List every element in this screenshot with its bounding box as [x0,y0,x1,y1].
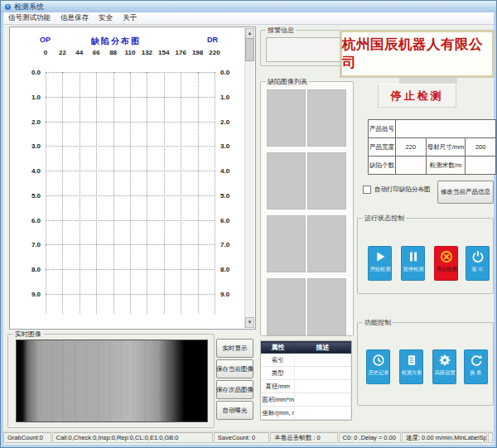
chart-y-tick-label: 1.0 [19,94,41,101]
title-bar[interactable]: 检测系统 [1,1,496,12]
defect-image-list-panel: 缺陷图像列表 [260,81,354,336]
status-segment: Call:0,Check:0,Insp:0,Rep:0,CL:0,E1:0,GB… [52,432,213,443]
exit-button[interactable]: 退 出 [466,246,490,281]
defect-count-value [396,157,427,175]
chart-y-tick-label: 7.0 [19,241,41,248]
chart-y-tick-label: 3.0 [19,142,41,150]
stop-detect-button[interactable]: 停止检测 [434,246,458,281]
chart-gridline-v [113,72,114,314]
menu-security[interactable]: 安全 [99,13,113,23]
status-segment: SaveCount: 0 [214,432,269,443]
defect-thumbnail[interactable] [307,152,346,210]
advanced-settings-button[interactable]: 高级设置 [432,349,456,384]
chart-y-tick-label: 6.0 [220,217,242,224]
chart-y-tick-label: 4.0 [19,167,41,175]
chart-y-tick-label: 5.0 [19,192,41,200]
chart-y-tick-label: 2.0 [220,118,242,126]
chart-gridline-h [46,122,215,123]
chart-gridline-v [80,72,80,314]
chart-gridline-h [46,294,215,295]
attribute-row: 索引 [262,354,351,367]
detect-plan-button[interactable]: 检测方案 [399,349,423,384]
change-roll-button[interactable]: 换 卷 [464,349,488,384]
chart-x-tick-label: 220 [205,49,224,56]
meters-value [466,157,496,175]
chart-y-tick-label: 3.0 [220,142,242,150]
defect-thumbnail[interactable] [307,278,346,335]
defect-thumbnail[interactable] [307,215,346,272]
alarm-info-title: 报警信息 [266,26,296,35]
attribute-cell: 直径/mm [262,380,295,393]
checkbox-icon[interactable] [363,185,371,194]
attribute-cell: 坐标/(mm, m) [262,407,295,420]
auto-print-checkbox[interactable]: 自动打印缺陷分布图 [363,185,431,194]
function-control-title: 功能控制 [363,318,393,327]
defect-thumbnail[interactable] [267,215,306,272]
save-defect-image-button[interactable]: 保存次品图像 [216,380,253,399]
chart-scrollbar[interactable]: ▲ ▼ [244,28,254,328]
attribute-row: 面积/mm*mm [262,393,351,407]
batch-value [396,120,496,138]
material-value: 200 [466,138,496,157]
detect-plan-label: 检测方案 [401,369,422,377]
menu-signal-test[interactable]: 信号测试功能 [8,13,51,23]
history-button[interactable]: 历史记录 [366,349,390,384]
stop-x-icon [439,249,454,264]
company-banner: 杭州国辰机器人有限公司 [340,31,494,77]
chart-gridline-h [46,72,215,73]
defect-thumbnail[interactable] [267,152,306,210]
defect-image-list-title: 缺陷图像列表 [266,77,309,86]
app-window: 检测系统 信号测试功能 信息保存 安全 关于 OP 缺陷分布图 DR ▲ ▼ 0… [0,0,497,448]
defect-thumbnail[interactable] [307,89,346,147]
chart-gridline-v [46,72,46,314]
chart-plot-area [46,72,215,314]
live-camera-image [16,340,208,422]
chart-y-tick-label: 1.0 [220,94,242,101]
chart-gridline-v [147,72,147,314]
attr-col-header: 属性 [262,342,295,354]
chart-gridline-h [46,97,215,98]
product-info-table: 产品批号 产品宽度 220 母材尺寸/mm 200 缺陷个数 检测米数/m [368,119,496,175]
defect-image-grid [267,89,345,335]
live-image-title: 实时图像 [13,330,43,339]
defect-thumbnail[interactable] [267,278,306,335]
realtime-display-button[interactable]: 实时显示 [216,339,253,358]
defect-thumbnail[interactable] [267,89,306,147]
power-icon [470,249,485,264]
attribute-cell [295,380,351,393]
scrollbar-down-icon[interactable]: ▼ [245,317,254,328]
attribute-row: 直径/mm [262,380,351,393]
status-segment: GrabCount:0 [3,432,51,443]
chart-gridline-h [46,220,215,221]
start-detect-label: 开始检测 [369,266,390,273]
chart-gridline-v [62,72,63,314]
start-detect-button[interactable]: 开始检测 [368,246,392,281]
chart-y-tick-label: 8.0 [220,266,242,273]
chart-title: 缺陷分布图 [10,36,222,47]
menu-bar: 信号测试功能 信息保存 安全 关于 [3,12,494,25]
attribute-cell: 类型 [262,367,295,380]
attribute-cell [295,393,351,407]
chart-gridline-v [96,72,97,314]
defect-count-label: 缺陷个数 [369,157,396,175]
menu-info-save[interactable]: 信息保存 [60,13,89,23]
chart-gridline-v [181,72,181,314]
chart-y-tick-label: 9.0 [220,291,242,298]
save-current-image-button[interactable]: 保存当前图像 [216,359,253,378]
attribute-cell: 索引 [262,354,295,367]
scrollbar-thumb[interactable] [245,38,254,61]
chart-y-tick-label: 7.0 [220,241,242,248]
menu-about[interactable]: 关于 [123,13,137,23]
auto-exposure-button[interactable]: 自动曝光 [216,401,253,420]
material-label: 母材尺寸/mm [426,138,466,157]
attribute-row: 坐标/(mm, m) [262,407,351,420]
chart-y-tick-label: 9.0 [19,291,41,298]
pause-detect-button[interactable]: 暂停检测 [401,246,425,281]
chart-y-tick-label: 0.0 [220,69,242,76]
exit-label: 退 出 [471,266,483,273]
chart-gridline-h [46,195,215,196]
window-title: 检测系统 [14,2,44,12]
modify-product-info-button[interactable]: 修改当前产品信息 [437,181,494,204]
auto-print-label: 自动打印缺陷分布图 [374,185,431,194]
live-image-panel: 实时图像 [7,334,215,428]
